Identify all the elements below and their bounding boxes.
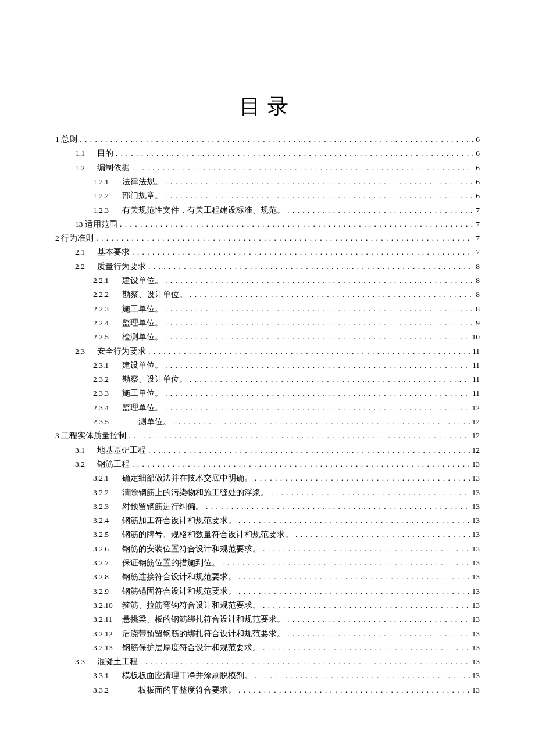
toc-entry-page: 11 (472, 359, 480, 372)
toc-entry-page: 12 (472, 429, 480, 443)
toc-row: 3.2.4钢筋加工符合设计和规范要求。13 (55, 514, 480, 528)
toc-entry-num: 1.2.2 (93, 189, 117, 203)
toc-entry-page: 13 (472, 612, 480, 626)
toc-row: 2.3.4监理单位。12 (55, 401, 480, 415)
toc-entry-page: 13 (472, 627, 480, 641)
toc-entry-page: 13 (472, 669, 480, 683)
toc-row: 13 适用范围7 (55, 217, 480, 231)
toc-entry-num: 3.2.1 (93, 471, 117, 485)
toc-entry-page: 8 (476, 288, 480, 302)
toc-entry-num: 2.2 (75, 260, 92, 274)
toc-row: 1.2编制依据6 (55, 161, 480, 175)
toc-entry-page: 10 (472, 330, 480, 344)
toc-dots (263, 542, 470, 556)
toc-row: 3.2.6钢筋的安装位置符合设计和规范要求。13 (55, 542, 480, 556)
toc-entry-text: 悬挑梁、板的钢筋绑扎符合设计和规范要求。 (122, 612, 285, 626)
toc-dots (165, 330, 470, 344)
toc-entry-text: 对预留钢筋进行纠偏。 (122, 500, 204, 514)
toc-dots (132, 457, 470, 471)
toc-entry-label: 13 适用范围 (75, 217, 117, 231)
toc-row: 2.3.1建设单位。11 (55, 359, 480, 372)
toc-entry-page: 9 (476, 316, 480, 330)
toc-row: 3.2.3对预留钢筋进行纠偏。13 (55, 500, 480, 514)
toc-entry-num: 3.3.2 (93, 683, 117, 697)
toc-entry-num: 2.2.4 (93, 316, 117, 330)
toc-row: 2.2.3施工单位。8 (55, 302, 480, 316)
toc-entry-text: 施工单位。 (122, 386, 163, 400)
toc-dots (140, 655, 470, 669)
page-title: 目录 (55, 92, 480, 121)
toc-dots (206, 500, 470, 514)
toc-entry-page: 13 (472, 500, 480, 514)
toc-entry-num: 2.3.5 (93, 415, 117, 429)
toc-row: 3.2.11悬挑梁、板的钢筋绑扎符合设计和规范要求。13 (55, 612, 480, 626)
toc-entry-text: 目的 (97, 146, 113, 160)
toc-entry-label: 3 工程实体质量控制 (55, 429, 126, 443)
toc-entry-page: 13 (472, 683, 480, 697)
toc-row: 3.2.5钢筋的牌号、规格和数量符合设计和规范要求。13 (55, 528, 480, 542)
toc-entry-num: 3.1 (75, 443, 92, 457)
toc-entry-num: 3.2.2 (93, 486, 117, 500)
toc-entry-text: 后浇带预留钢筋的绑扎符合设计和规范要求。 (122, 627, 285, 641)
toc-dots (96, 231, 473, 245)
toc-entry-text: 总则 (61, 135, 77, 144)
toc-row: 1.2.2部门规章。6 (55, 189, 480, 203)
toc-dots (148, 443, 470, 457)
toc-dots (271, 486, 470, 500)
toc-entry-text: 钢筋保护层厚度符合设计和规范要求。 (122, 641, 261, 655)
toc-entry-num: 3.2.9 (93, 585, 117, 599)
toc-entry-num: 2.2.3 (93, 302, 117, 316)
toc-entry-page: 12 (472, 415, 480, 429)
toc-entry-label: 1 总则 (55, 132, 77, 146)
toc-row: 3.2.13钢筋保护层厚度符合设计和规范要求。13 (55, 641, 480, 655)
toc-entry-page: 13 (472, 471, 480, 485)
toc-entry-text: 模板板面应清理干净并涂刷脱模剂。 (122, 669, 252, 683)
toc-entry-page: 7 (476, 217, 480, 231)
toc-entry-page: 8 (476, 274, 480, 288)
toc-entry-text: 钢筋的安装位置符合设计和规范要求。 (122, 542, 261, 556)
toc-entry-num: 3.2.11 (93, 612, 117, 626)
toc-row: 3.2.9钢筋锚固符合设计和规范要求。13 (55, 585, 480, 599)
toc-row: 2.2.5检测单位。10 (55, 330, 480, 344)
toc-entry-num: 3.2.8 (93, 570, 117, 584)
toc-dots (238, 514, 470, 528)
toc-dots (165, 316, 473, 330)
toc-row: 2.2.4监理单位。9 (55, 316, 480, 330)
toc-entry-page: 11 (472, 386, 480, 400)
toc-row: 2.3.5 测单位。12 (55, 415, 480, 429)
toc-dots (238, 570, 470, 584)
toc-dots (132, 245, 473, 259)
toc-entry-page: 6 (476, 189, 480, 203)
toc-entry-num: 3.2 (75, 457, 92, 471)
toc-entry-page: 13 (472, 599, 480, 612)
toc-dots (165, 274, 473, 288)
toc-entry-text: 法律法规。 (122, 175, 163, 189)
toc-row: 3.2.8钢筋连接符合设计和规范要求。13 (55, 570, 480, 584)
toc-entry-text: 建设单位。 (122, 274, 163, 288)
toc-entry-text: 有关规范性文件，有关工程建设标准、规范。 (122, 203, 285, 217)
toc-dots (165, 359, 470, 372)
toc-entry-page: 7 (476, 245, 480, 259)
toc-entry-text: 行为准则 (61, 234, 94, 242)
toc-dots (255, 669, 470, 683)
toc-entry-text: 安全行为要求 (97, 345, 146, 359)
toc-entry-text: 确定细部做法并在技术交底中明确。 (122, 471, 252, 485)
toc-entry-text: 监理单位。 (122, 401, 163, 415)
toc-entry-page: 7 (476, 203, 480, 217)
toc-dots (190, 372, 470, 386)
toc-entry-num: 1.2.1 (93, 175, 117, 189)
toc-row: 3 工程实体质量控制12 (55, 429, 480, 443)
toc-row: 3.3.1模板板面应清理干净并涂刷脱模剂。13 (55, 669, 480, 683)
toc-row: 3.3.2 板板面的平整度符合要求。13 (55, 683, 480, 697)
toc-dots (165, 401, 470, 415)
toc-dots (116, 146, 473, 160)
toc-entry-num: 3.2.13 (93, 641, 117, 655)
toc-entry-page: 13 (472, 542, 480, 556)
toc-entry-page: 8 (476, 260, 480, 274)
toc-entry-num: 2.2.2 (93, 288, 117, 302)
toc-entry-text: 板板面的平整度符合要求。 (122, 683, 236, 697)
toc-row: 3.2.7保证钢筋位置的措施到位。13 (55, 556, 480, 570)
toc-entry-page: 13 (472, 585, 480, 599)
toc-entry-num: 1 (55, 135, 59, 144)
toc-row: 1.1目的6 (55, 146, 480, 160)
